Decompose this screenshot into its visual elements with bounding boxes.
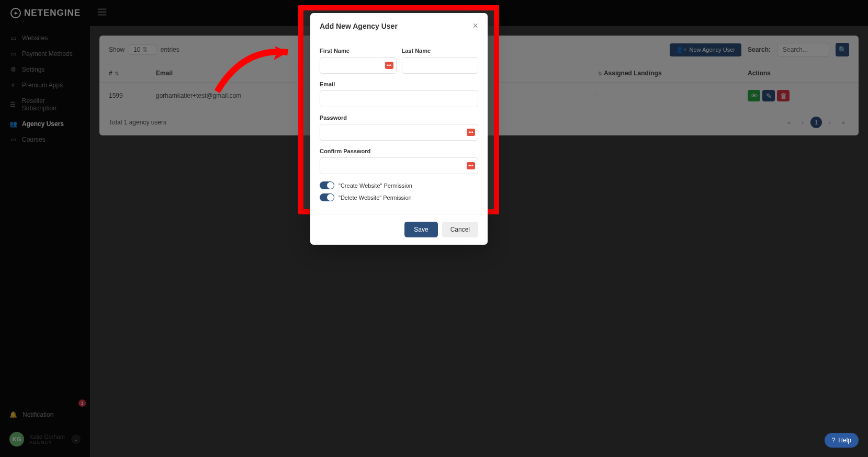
password-manager-icon[interactable]: •••: [467, 129, 475, 136]
password-input[interactable]: [320, 124, 478, 141]
modal-body: First Name ••• Last Name Email Password …: [310, 39, 488, 214]
password-label: Password: [320, 115, 478, 121]
email-input[interactable]: [320, 90, 478, 107]
create-website-toggle[interactable]: [320, 181, 334, 189]
modal-close-button[interactable]: ×: [472, 20, 478, 31]
password-manager-icon[interactable]: •••: [385, 62, 393, 69]
add-user-modal: Add New Agency User × First Name ••• Las…: [310, 13, 488, 245]
delete-website-toggle[interactable]: [320, 193, 334, 201]
modal-header: Add New Agency User ×: [310, 13, 488, 39]
delete-perm-label: "Delete Website" Permission: [339, 195, 412, 201]
help-icon: ?: [832, 437, 836, 444]
help-label: Help: [838, 437, 851, 444]
modal-title: Add New Agency User: [320, 22, 398, 30]
create-perm-label: "Create Website" Permission: [339, 182, 412, 189]
confirm-password-label: Confirm Password: [320, 148, 478, 154]
confirm-password-input[interactable]: [320, 157, 478, 174]
close-icon: ×: [472, 20, 478, 31]
password-manager-icon[interactable]: •••: [467, 162, 475, 169]
save-button[interactable]: Save: [404, 222, 437, 237]
modal-footer: Save Cancel: [310, 214, 488, 245]
first-name-label: First Name: [320, 48, 397, 54]
last-name-input[interactable]: [402, 57, 479, 74]
help-button[interactable]: ? Help: [825, 433, 859, 448]
last-name-label: Last Name: [402, 48, 479, 54]
cancel-button[interactable]: Cancel: [442, 222, 478, 237]
email-label: Email: [320, 81, 478, 87]
